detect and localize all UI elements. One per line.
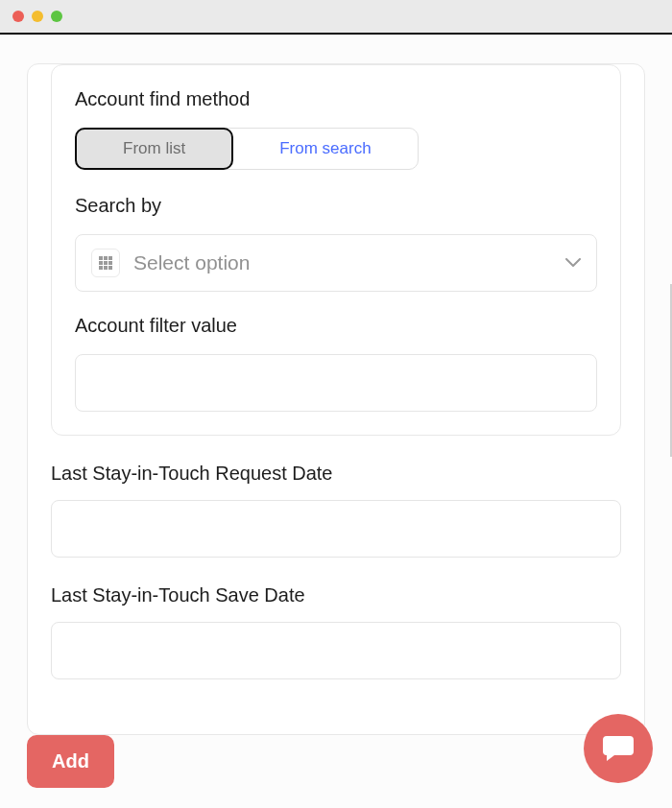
window-titlebar (0, 0, 672, 35)
last-request-date-label: Last Stay-in-Touch Request Date (51, 463, 621, 485)
window-zoom-dot[interactable] (51, 11, 62, 22)
chevron-down-icon (565, 258, 581, 268)
account-find-method-label: Account find method (75, 88, 597, 110)
account-filter-value-input[interactable] (75, 354, 597, 412)
from-list-tab[interactable]: From list (75, 128, 233, 170)
chat-fab[interactable] (584, 714, 653, 783)
from-search-tab[interactable]: From search (233, 129, 417, 169)
app-body: Account find method From list From searc… (0, 35, 672, 808)
account-filter-value-label: Account filter value (75, 315, 597, 337)
account-find-card: Account find method From list From searc… (51, 64, 621, 436)
search-by-select[interactable]: Select option (75, 234, 597, 292)
last-save-date-label: Last Stay-in-Touch Save Date (51, 584, 621, 606)
chat-icon (602, 733, 635, 764)
window-minimize-dot[interactable] (32, 11, 43, 22)
search-by-label: Search by (75, 195, 597, 217)
grid-icon (91, 249, 120, 277)
window-close-dot[interactable] (12, 11, 24, 22)
last-save-date-input[interactable] (51, 622, 621, 679)
main-panel: Account find method From list From searc… (27, 63, 645, 735)
last-request-date-input[interactable] (51, 500, 621, 558)
search-by-placeholder: Select option (133, 251, 552, 274)
account-find-method-toggle: From list From search (75, 128, 419, 170)
add-button[interactable]: Add (27, 735, 114, 788)
